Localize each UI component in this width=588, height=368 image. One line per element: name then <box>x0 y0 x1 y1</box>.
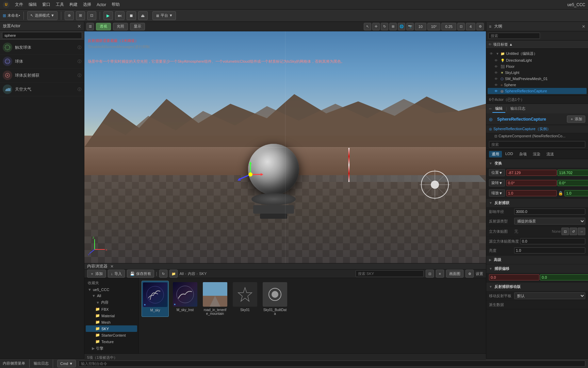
vp-cam-speed-btn[interactable]: 4 <box>466 23 475 30</box>
filter-common[interactable]: 通用 <box>489 151 502 157</box>
outline-floor[interactable]: 👁 ⬛ Floor <box>488 63 587 70</box>
tree-all[interactable]: ▼ All <box>86 293 137 299</box>
asset-road[interactable]: road_in_tenerife_mountain <box>201 281 229 317</box>
asset-sky01-built[interactable]: Sky01_BuiltData <box>261 281 289 317</box>
tab-output[interactable]: 输出日志 <box>508 105 528 113</box>
place-actor-close[interactable]: ✕ <box>77 24 81 29</box>
tree-mesh[interactable]: 📁 Mesh <box>86 319 137 325</box>
filter-render[interactable]: 渲染 <box>530 151 543 157</box>
vp-translate-icon[interactable]: ✛ <box>372 23 380 30</box>
content-sidebar-btn[interactable]: 内容侧滑菜单 <box>3 361 25 366</box>
menu-actor[interactable]: Actor <box>97 2 106 7</box>
menu-window[interactable]: 窗口 <box>42 2 50 7</box>
play-btn[interactable]: ▶ <box>103 11 113 20</box>
filter-misc[interactable]: 杂项 <box>517 151 529 157</box>
sky-atmosphere-info[interactable]: ⓘ <box>78 87 81 92</box>
tab-edit[interactable]: 编辑 <box>492 105 505 113</box>
breadcrumb-all[interactable]: All <box>180 272 184 276</box>
capture-offset-y[interactable] <box>540 274 588 280</box>
details-search-input[interactable] <box>489 141 585 148</box>
details-add-btn[interactable]: ＋ 添加 <box>567 116 585 123</box>
mobile-reflection-header[interactable]: ▼ 反射捕获移动版 <box>486 282 588 291</box>
tree-content[interactable]: ▼ 内容 <box>86 299 137 306</box>
outline-sphere[interactable]: 👁 ○ Sphere <box>488 82 587 88</box>
details-instance[interactable]: ◎ SphereReflectionCapture（实例） <box>486 125 588 133</box>
position-dropdown[interactable]: 位置▼ <box>489 169 505 176</box>
tree-starter[interactable]: 📁 StarterContent <box>86 332 137 338</box>
vp-scale-val-btn[interactable]: 0.25 <box>441 23 456 30</box>
breadcrumb-sky[interactable]: SKY <box>199 272 207 276</box>
vp-grid-size-btn[interactable]: 10 <box>415 23 426 30</box>
details-sub-component[interactable]: ⊡ CaptureComponent (NewReflectionCo... <box>486 133 588 140</box>
vp-rotate-icon[interactable]: ↻ <box>381 23 388 30</box>
eye-icon-root[interactable]: 👁 <box>488 43 492 46</box>
viewport-scene[interactable]: 反射捕获需要遮蔽（1米阈值） 'DisableAllScreenMessages… <box>84 31 486 263</box>
vp-scale-icon[interactable]: ⊞ <box>389 23 397 30</box>
place-actor-search-input[interactable] <box>2 32 82 39</box>
asset-sky01[interactable]: Sky01 <box>231 281 259 317</box>
reflection-section-header[interactable]: ▼ 反射捕获 <box>486 199 588 207</box>
rot-x-input[interactable] <box>506 180 557 186</box>
cubemap-browse-btn[interactable]: ⊡ <box>561 228 569 235</box>
transform-section-header[interactable]: ▼ 变换 <box>486 159 588 168</box>
reflection-capture-info[interactable]: ⓘ <box>78 73 81 78</box>
tree-fbx[interactable]: 📁 FBX <box>86 306 137 312</box>
vp-world-icon[interactable]: 🌐 <box>398 23 405 30</box>
filter-lod[interactable]: LOD <box>503 151 516 157</box>
menu-select[interactable]: 选择 <box>83 2 91 7</box>
tree-favorites[interactable]: 收藏夹 <box>86 279 137 287</box>
outline-untitled[interactable]: 👁 ▼ 📁 Untitled（编辑器） <box>488 50 587 57</box>
outline-directional[interactable]: 👁 💡 DirectionalLight <box>488 57 587 63</box>
cubemap-arrow-btn[interactable]: → <box>578 228 585 235</box>
actor-item-trigger-sphere[interactable]: 触发球体 ⓘ <box>0 41 84 55</box>
cb-add-btn[interactable]: ＋添加 <box>87 270 106 278</box>
vp-lighting-btn[interactable]: 光照 <box>113 23 128 30</box>
step-btn[interactable]: ⏭ <box>115 11 125 20</box>
scale-dropdown[interactable]: 缩放▼ <box>489 189 505 197</box>
menu-tools[interactable]: 工具 <box>56 2 64 7</box>
trigger-sphere-info[interactable]: ⓘ <box>78 45 81 50</box>
vp-settings-icon[interactable]: ⚙ <box>476 23 484 30</box>
vp-angle-btn[interactable]: 10° <box>427 23 441 30</box>
capture-offset-x[interactable] <box>489 274 539 280</box>
asset-m-sky[interactable]: ★ M_sky <box>142 281 169 317</box>
menu-file[interactable]: 文件 <box>15 2 23 7</box>
tree-engine[interactable]: ▶ 引擎 <box>86 345 137 352</box>
build-btn[interactable]: ⊡ <box>87 11 96 20</box>
pos-x-input[interactable] <box>506 170 557 176</box>
asset-m-sky-inst[interactable]: ★ M_sky_Inst <box>172 281 199 317</box>
menu-help[interactable]: 帮助 <box>112 2 120 7</box>
cb-folder-btn[interactable]: 📁 <box>169 270 178 278</box>
vp-show-btn[interactable]: 显示 <box>130 23 145 30</box>
output-log-btn[interactable]: 输出日志 <box>34 361 49 366</box>
cmd-input[interactable] <box>79 361 585 367</box>
stop-btn[interactable]: ⏹ <box>127 11 136 20</box>
outline-sphere-reflection[interactable]: 👁 ◎ SphereReflectionCapture <box>488 88 587 94</box>
cb-view-btn[interactable]: 画面图 <box>446 270 463 278</box>
add-object-btn[interactable]: ⊕ <box>65 11 74 20</box>
rot-y-input[interactable] <box>557 180 588 186</box>
snap-btn[interactable]: ⊞ <box>76 11 85 20</box>
outline-close[interactable]: ✕ <box>582 24 585 29</box>
sphere-info[interactable]: ⓘ <box>78 59 81 64</box>
scale-y-input[interactable] <box>565 190 588 196</box>
breadcrumb-content[interactable]: 内容 <box>188 271 195 276</box>
rotation-dropdown[interactable]: 旋转▼ <box>489 179 505 186</box>
cb-import-btn[interactable]: ↓ 导入 <box>108 270 125 278</box>
scale-x-input[interactable] <box>506 190 557 196</box>
cb-gear-icon[interactable]: ⚙ <box>466 270 474 278</box>
tree-material[interactable]: 📁 Material <box>86 312 137 319</box>
cb-search-input[interactable] <box>356 270 424 277</box>
select-mode-btn[interactable]: ↖ 选择模式 ▼ <box>27 11 58 20</box>
cb-refresh-btn[interactable]: ↻ <box>159 270 167 278</box>
tree-texture[interactable]: 📁 Texture <box>86 338 137 345</box>
outline-smmat[interactable]: 👁 ⬡ SM_MatPreviewMesh_01 <box>488 76 587 82</box>
cmd-label-btn[interactable]: Cmd ▼ <box>57 360 76 367</box>
scale-lock-icon[interactable]: 🔒 <box>558 191 563 196</box>
cb-close-btn[interactable]: ✕ <box>110 264 114 269</box>
vp-select-icon[interactable]: ↖ <box>364 23 371 30</box>
menu-build[interactable]: 构建 <box>69 2 78 7</box>
cb-filter-icon[interactable]: ⊡ <box>426 270 434 278</box>
outline-search-input[interactable] <box>488 33 540 39</box>
cb-settings-label[interactable]: 设置 <box>476 271 483 276</box>
